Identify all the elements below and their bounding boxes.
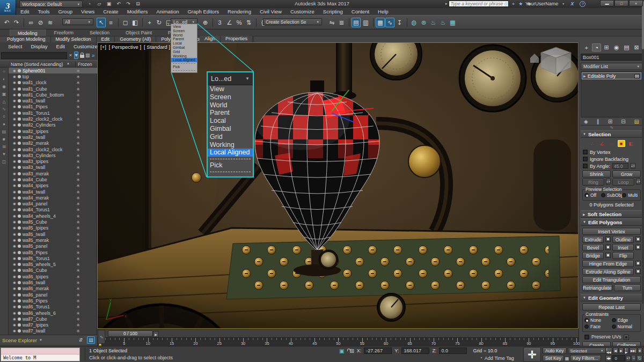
scene-object-row[interactable]: ◉ wall6_wheels_6 ∗ xyxy=(9,310,97,316)
frozen-toggle-icon[interactable]: ∗ xyxy=(76,280,80,285)
visibility-eye-icon[interactable]: ◉ xyxy=(13,250,16,255)
scene-object-row[interactable]: ◉ wall4_Ipipes ∗ xyxy=(9,183,97,189)
visibility-eye-icon[interactable]: ◉ xyxy=(13,75,16,79)
ribbon-panel-button[interactable]: Properties xyxy=(221,36,253,42)
dropdown-option[interactable]: Local xyxy=(171,41,197,46)
display-cameras-icon[interactable]: △ xyxy=(1,99,8,105)
flip-button[interactable]: Flip xyxy=(612,252,634,259)
prev-frame-button[interactable]: ◀| xyxy=(613,348,618,354)
menu-item[interactable]: Content xyxy=(347,8,374,15)
visibility-eye-icon[interactable]: ◉ xyxy=(13,280,16,285)
scene-explorer-menu-item[interactable]: Select xyxy=(4,42,26,50)
minimize-button[interactable]: ▬ xyxy=(600,0,614,6)
ignore-backfacing-checkbox[interactable]: Ignore Backfacing xyxy=(581,156,642,162)
menu-item[interactable]: Scripting xyxy=(319,8,347,15)
set-key-button[interactable]: Set Key xyxy=(543,355,564,361)
frozen-toggle-icon[interactable]: ∗ xyxy=(76,116,80,122)
dropdown-option[interactable]: Grid xyxy=(208,133,253,141)
ribbon-panel-button[interactable]: Modify Selection xyxy=(51,36,97,42)
visibility-eye-icon[interactable]: ◉ xyxy=(13,111,16,115)
dropdown-option[interactable]: Grid xyxy=(171,50,197,54)
dropdown-option[interactable]: View xyxy=(208,85,253,93)
frozen-toggle-icon[interactable]: ∗ xyxy=(76,104,80,109)
pin-stack-icon[interactable]: ◈ xyxy=(584,119,588,124)
toggle-layer-explorer-icon[interactable]: ▥ xyxy=(361,18,370,27)
frozen-toggle-icon[interactable]: ∗ xyxy=(76,129,80,134)
preserve-uvs-settings-icon[interactable] xyxy=(624,335,629,340)
visibility-eye-icon[interactable]: ◉ xyxy=(13,99,16,103)
ribbon-panel-button[interactable]: Polygon Modeling xyxy=(2,36,51,42)
y-coordinate-field[interactable] xyxy=(401,348,429,354)
undo-small-icon[interactable]: ↶ xyxy=(115,1,122,7)
time-slider-track[interactable]: 0 / 100 ▶ xyxy=(97,329,579,337)
frame-spinner[interactable]: ▲▼ xyxy=(626,356,631,361)
bevel-settings-icon[interactable] xyxy=(605,245,611,250)
scene-object-row[interactable]: ◉ wall2_Iwall ∗ xyxy=(9,134,97,140)
clear-search-icon[interactable]: × xyxy=(68,51,73,59)
frozen-toggle-icon[interactable]: ∗ xyxy=(76,189,80,195)
frozen-toggle-icon[interactable]: ∗ xyxy=(76,304,80,309)
viewport-general-menu[interactable]: [+] xyxy=(100,44,106,50)
mirror-icon[interactable]: ⇋ xyxy=(327,18,336,27)
scene-object-row[interactable]: ◉ wall5_Pipes ∗ xyxy=(9,249,97,255)
welcome-screen-button[interactable]: Welcome to M xyxy=(1,348,80,361)
pick-parent-icon[interactable]: ▥ xyxy=(85,51,90,59)
key-mode-dropdown[interactable]: Selected▼ xyxy=(568,348,606,354)
modifier-toggle-icon[interactable] xyxy=(634,74,640,78)
communication-center-icon[interactable]: ⌖ xyxy=(512,1,515,7)
dropdown-option[interactable]: Local Aligned xyxy=(171,58,197,62)
dropdown-option[interactable]: Local Aligned xyxy=(208,149,253,157)
frozen-toggle-icon[interactable]: ∗ xyxy=(76,171,80,176)
ribbon-tab[interactable]: Object Paint xyxy=(118,29,159,36)
close-button[interactable]: × xyxy=(629,0,643,6)
frozen-toggle-icon[interactable]: ∗ xyxy=(76,135,80,140)
rollout-edit-polygons[interactable]: ▼ Edit Polygons xyxy=(581,218,642,226)
select-by-name-icon[interactable]: ≡ xyxy=(106,18,115,27)
inset-settings-icon[interactable] xyxy=(635,245,641,250)
command-panel-scrollbar[interactable] xyxy=(642,0,644,304)
constraint-radio[interactable]: Normal xyxy=(612,323,639,330)
visibility-eye-icon[interactable]: ◉ xyxy=(13,69,16,73)
visibility-eye-icon[interactable]: ◉ xyxy=(13,117,16,121)
save-file-icon[interactable]: ▣ xyxy=(105,1,113,7)
frozen-toggle-icon[interactable]: ∗ xyxy=(76,250,80,255)
visibility-eye-icon[interactable]: ◉ xyxy=(13,305,16,309)
dropdown-option[interactable]: World xyxy=(208,101,253,109)
frozen-toggle-icon[interactable]: ∗ xyxy=(76,286,80,291)
scene-object-row[interactable]: ◉ wall5_panel ∗ xyxy=(9,243,97,249)
rendered-frame-icon[interactable]: ♨ xyxy=(429,18,438,27)
hinge-settings-icon[interactable] xyxy=(635,261,641,266)
frozen-toggle-icon[interactable]: ∗ xyxy=(76,159,80,164)
tab-create[interactable]: + xyxy=(582,43,591,51)
open-file-icon[interactable]: ▱ xyxy=(96,1,103,7)
scene-object-row[interactable]: ◉ wall1_clock ∗ xyxy=(9,80,97,86)
ribbon-panel-button[interactable]: Edit xyxy=(97,36,115,42)
isolate-selection-icon[interactable]: ▣ xyxy=(339,348,344,354)
frozen-toggle-icon[interactable]: ∗ xyxy=(76,74,80,79)
extrude-along-spline-button[interactable]: Extrude Along Spline xyxy=(582,268,634,275)
panel-resize-grip[interactable]: ∿ xyxy=(581,125,642,130)
redo-small-icon[interactable]: ↷ xyxy=(125,1,132,7)
bridge-settings-icon[interactable] xyxy=(605,253,611,258)
ring-button[interactable]: Ring xyxy=(582,179,604,186)
curve-editor-icon[interactable]: ∿ xyxy=(385,18,394,27)
explorer-hierarchy-icon[interactable]: ▤ xyxy=(87,336,95,344)
visibility-eye-icon[interactable]: ◉ xyxy=(13,275,16,279)
scene-object-row[interactable]: ◉ wall2_clock2_clock ∗ xyxy=(9,116,97,122)
frozen-toggle-icon[interactable]: ∗ xyxy=(76,153,80,158)
render-flyout-icon[interactable]: ▦ xyxy=(448,18,457,27)
shrink-button[interactable]: Shrink xyxy=(582,171,611,178)
modifier-list-dropdown[interactable]: Modifier List▼ xyxy=(581,63,642,70)
scene-object-row[interactable]: ◉ wall3_Cylinders ∗ xyxy=(9,152,97,158)
name-column-header[interactable]: Name (Sorted Ascending) xyxy=(11,62,63,67)
show-end-result-icon[interactable]: ∥ xyxy=(597,119,599,124)
dropdown-option[interactable]: Local xyxy=(208,117,253,125)
toggle-scene-explorer-icon[interactable]: ▤ xyxy=(352,18,361,27)
turn-button[interactable]: Turn xyxy=(614,284,641,291)
visibility-eye-icon[interactable]: ◉ xyxy=(13,159,16,164)
menu-item[interactable]: Create xyxy=(99,8,123,15)
scene-object-row[interactable]: ◉ wall6_Iwall ∗ xyxy=(9,279,97,285)
dropdown-option-pick[interactable]: Pick xyxy=(171,65,197,69)
visibility-eye-icon[interactable]: ◉ xyxy=(13,262,16,267)
scene-object-row[interactable]: ◉ top ∗ xyxy=(9,73,97,79)
